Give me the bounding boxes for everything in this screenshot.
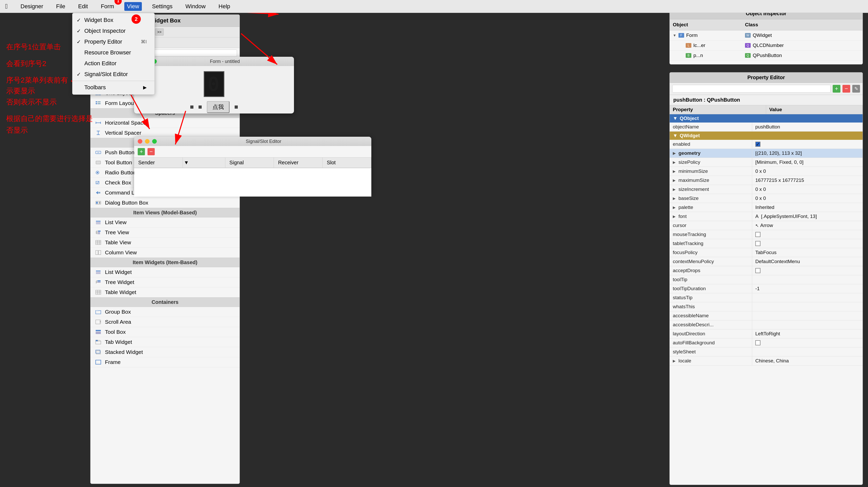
wb-btn-7[interactable]: >> xyxy=(155,28,164,36)
prop-row-stylesheet[interactable]: styleSheet xyxy=(670,347,863,357)
widget-item-table-widget[interactable]: Table Widget xyxy=(91,287,240,297)
menu-signal-slot-editor[interactable]: ✓ Signal/Slot Editor xyxy=(72,69,154,80)
basesize-expand-icon[interactable]: ▶ xyxy=(673,196,677,201)
signal-add-button[interactable]: + xyxy=(138,148,145,155)
prop-row-contextmenupolicy[interactable]: contextMenuPolicy DefaultContextMenu xyxy=(670,257,863,266)
mousetracking-checkbox[interactable] xyxy=(755,232,761,237)
prop-row-geometry[interactable]: ▶ geometry [(210, 120), 113 x 32] xyxy=(670,149,863,158)
menu-item-settings[interactable]: Settings xyxy=(150,2,175,11)
prop-row-sizeincrement[interactable]: ▶ sizeIncrement 0 x 0 xyxy=(670,185,863,194)
menu-item-form[interactable]: Form 1 xyxy=(98,2,117,11)
widget-item-tree-widget[interactable]: Tree Widget xyxy=(91,277,240,287)
widget-item-tab-widget[interactable]: Tab Widget xyxy=(91,337,240,347)
lcd-digit: 0 xyxy=(208,73,220,95)
widget-item-frame[interactable]: Frame xyxy=(91,357,240,367)
prop-row-acceptdrops[interactable]: acceptDrops xyxy=(670,266,863,275)
prop-value-objectname: pushButton xyxy=(752,123,863,131)
prop-value-maximumsize: 16777215 x 16777215 xyxy=(752,176,863,185)
svg-rect-74 xyxy=(96,360,101,364)
acceptdrops-checkbox[interactable] xyxy=(755,268,761,273)
menu-item-help[interactable]: Help xyxy=(216,2,232,11)
sizepolicy-expand-icon[interactable]: ▶ xyxy=(673,160,677,164)
enabled-checkbox[interactable]: ✓ xyxy=(755,142,761,147)
palette-expand-icon[interactable]: ▶ xyxy=(673,205,677,209)
svg-rect-70 xyxy=(98,340,100,341)
obj-row-lcer[interactable]: ▶ L lc...er Q QLCDNumber xyxy=(670,40,863,51)
prop-row-sizepolicy[interactable]: ▶ sizePolicy [Minimum, Fixed, 0, 0] xyxy=(670,158,863,167)
prop-row-maximumsize[interactable]: ▶ maximumSize 16777215 x 16777215 xyxy=(670,176,863,185)
prop-row-whatsthis[interactable]: whatsThis xyxy=(670,302,863,311)
locale-expand-icon[interactable]: ▶ xyxy=(673,359,677,363)
prop-row-cursor[interactable]: cursor ↖ Arrow xyxy=(670,221,863,230)
prop-row-autofillbackground[interactable]: autoFillBackground xyxy=(670,338,863,347)
widget-item-horizontal-spacer[interactable]: Horizontal Spacer xyxy=(91,118,240,128)
prop-row-tablettracking[interactable]: tabletTracking xyxy=(670,239,863,248)
obj-row-pn[interactable]: ▶ B p...n Q QPushButton xyxy=(670,51,863,61)
prop-row-basesize[interactable]: ▶ baseSize 0 x 0 xyxy=(670,194,863,203)
svg-point-22 xyxy=(97,172,98,173)
widget-item-group-box[interactable]: title Group Box xyxy=(91,307,240,317)
signal-tl-maximize[interactable] xyxy=(152,139,157,144)
widget-item-list-widget[interactable]: List Widget xyxy=(91,267,240,277)
prop-name-enabled: enabled xyxy=(670,140,752,149)
prop-row-font[interactable]: ▶ font A [.AppleSystemUIFont, 13] xyxy=(670,212,863,221)
widget-item-dialog-button-box[interactable]: Dialog Button Box xyxy=(91,198,240,208)
prop-row-minimumsize[interactable]: ▶ minimumSize 0 x 0 xyxy=(670,167,863,176)
qbtn-class-icon: Q xyxy=(745,53,751,58)
widget-item-stacked-widget[interactable]: Stacked Widget xyxy=(91,347,240,357)
prop-row-accessibledescri[interactable]: accessibleDescri... xyxy=(670,321,863,329)
signal-tl-minimize[interactable] xyxy=(145,139,150,144)
prop-row-accessiblename[interactable]: accessibleName xyxy=(670,311,863,321)
tablettracking-checkbox[interactable] xyxy=(755,241,761,246)
property-filter-input[interactable] xyxy=(672,85,831,93)
signal-remove-button[interactable]: − xyxy=(148,148,155,155)
menu-object-inspector[interactable]: ✓ Object Inspector xyxy=(72,26,154,36)
widget-item-tool-box[interactable]: Tool Box xyxy=(91,327,240,337)
property-remove-button[interactable]: − xyxy=(842,85,850,93)
widget-item-tree-view[interactable]: Tree View xyxy=(91,227,240,238)
widget-item-list-view[interactable]: List View xyxy=(91,217,240,227)
prop-row-mousetracking[interactable]: mouseTracking xyxy=(670,230,863,239)
prop-row-enabled[interactable]: enabled ✓ xyxy=(670,140,863,149)
push-button[interactable]: 点我 xyxy=(207,101,229,113)
menu-property-editor[interactable]: ✓ Property Editor ⌘I xyxy=(72,36,154,47)
prop-value-minimumsize: 0 x 0 xyxy=(752,167,863,176)
prop-row-palette[interactable]: ▶ palette Inherited xyxy=(670,203,863,212)
menu-resource-browser[interactable]: ✓ Resource Browser xyxy=(72,47,154,58)
widget-item-table-view[interactable]: Table View xyxy=(91,238,240,248)
sizeincrement-expand-icon[interactable]: ▶ xyxy=(673,187,677,191)
property-add-button[interactable]: + xyxy=(833,85,840,93)
prop-row-tooltipduration[interactable]: toolTipDuration -1 xyxy=(670,284,863,293)
property-edit-button[interactable]: ✎ xyxy=(852,85,860,93)
menu-item-designer[interactable]: Designer xyxy=(18,2,46,11)
svg-rect-28 xyxy=(99,202,100,204)
svg-rect-31 xyxy=(96,223,100,224)
menu-action-editor[interactable]: ✓ Action Editor xyxy=(72,58,154,69)
prop-row-statustip[interactable]: statusTip xyxy=(670,293,863,302)
minimumsize-expand-icon[interactable]: ▶ xyxy=(673,169,677,173)
prop-name-mousetracking: mouseTracking xyxy=(670,230,752,239)
menu-widget-box[interactable]: ✓ Widget Box xyxy=(72,15,154,26)
signal-tl-close[interactable] xyxy=(138,139,142,144)
menu-item-file[interactable]: File xyxy=(54,2,68,11)
prop-row-focuspolicy[interactable]: focusPolicy TabFocus xyxy=(670,248,863,257)
menu-item-edit[interactable]: Edit xyxy=(75,2,91,11)
font-expand-icon[interactable]: ▶ xyxy=(673,214,677,218)
menu-item-window[interactable]: Window xyxy=(183,2,208,11)
prop-row-objectname[interactable]: objectName pushButton xyxy=(670,123,863,131)
prop-row-tooltip[interactable]: toolTip xyxy=(670,275,863,284)
menu-item-view[interactable]: View xyxy=(124,2,142,11)
menu-toolbars[interactable]: ✓ Toolbars ▶ xyxy=(72,82,154,93)
autofill-checkbox[interactable] xyxy=(755,340,761,345)
widget-item-scroll-area[interactable]: Scroll Area xyxy=(91,317,240,327)
geometry-expand-icon[interactable]: ▶ xyxy=(673,151,677,155)
obj-row-form[interactable]: ▼ F Form W QWidget xyxy=(670,30,863,40)
prop-row-layoutdirection[interactable]: layoutDirection LeftToRight xyxy=(670,329,863,338)
svg-rect-39 xyxy=(96,240,101,245)
widget-item-column-view[interactable]: Column View xyxy=(91,248,240,258)
menubar:  Designer File Edit Form 1 View Setting… xyxy=(0,0,868,13)
maximumsize-expand-icon[interactable]: ▶ xyxy=(673,178,677,182)
prop-value-statustip xyxy=(752,293,863,302)
prop-name-acceptdrops: acceptDrops xyxy=(670,266,752,275)
prop-row-locale[interactable]: ▶ locale Chinese, China xyxy=(670,357,863,366)
